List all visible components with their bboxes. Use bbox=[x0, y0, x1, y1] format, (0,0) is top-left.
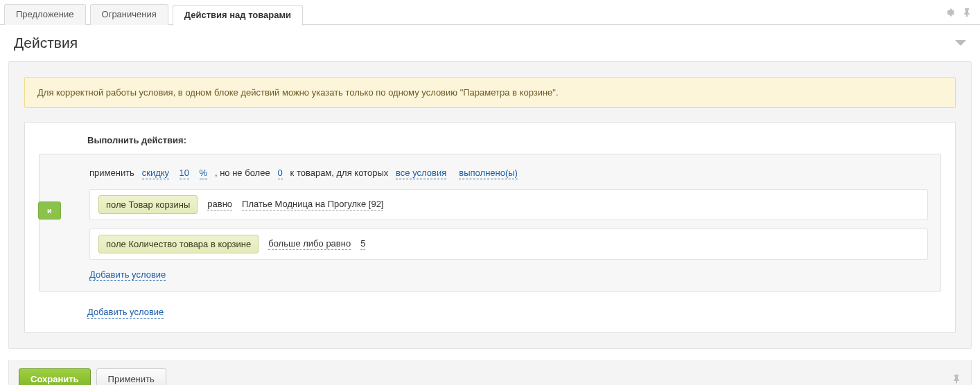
chevron-down-icon[interactable] bbox=[955, 40, 966, 46]
action-line: применить скидку 10 % , но не более 0 к … bbox=[89, 165, 928, 181]
action-block: И применить скидку 10 % , но не более 0 … bbox=[39, 154, 941, 292]
condition-operator[interactable]: больше либо равно bbox=[268, 238, 351, 250]
condition-field[interactable]: поле Товар корзины bbox=[98, 195, 198, 214]
condition-mode[interactable]: все условия bbox=[396, 168, 446, 179]
footer-bar: Сохранить Применить bbox=[8, 360, 972, 385]
condition-connector[interactable]: И bbox=[38, 202, 61, 220]
discount-type[interactable]: скидку bbox=[142, 168, 169, 179]
add-condition-inner[interactable]: Добавить условие bbox=[89, 269, 166, 281]
discount-value[interactable]: 10 bbox=[180, 168, 189, 179]
apply-button[interactable]: Применить bbox=[96, 368, 166, 385]
tab-restrictions[interactable]: Ограничения bbox=[90, 4, 168, 25]
text-limit: , но не более bbox=[210, 168, 275, 178]
condition-value[interactable]: Платье Модница на Прогулке [92] bbox=[242, 199, 383, 211]
tabs-bar: Предложение Ограничения Действия над тов… bbox=[0, 0, 980, 25]
discount-unit[interactable]: % bbox=[200, 168, 208, 179]
condition-field[interactable]: поле Количество товара в корзине bbox=[98, 235, 259, 253]
save-button[interactable]: Сохранить bbox=[19, 368, 91, 385]
condition-value[interactable]: 5 bbox=[360, 238, 365, 250]
tab-tools bbox=[944, 7, 980, 18]
text-apply: применить bbox=[89, 168, 139, 178]
add-condition-outer[interactable]: Добавить условие bbox=[87, 307, 164, 319]
gear-icon[interactable] bbox=[944, 7, 955, 18]
condition-done[interactable]: выполнено(ы) bbox=[459, 168, 518, 179]
text-for: к товарам, для которых bbox=[285, 168, 393, 178]
tab-product-actions[interactable]: Действия над товарами bbox=[173, 5, 303, 26]
actions-panel: Для корректной работы условия, в одном б… bbox=[8, 61, 972, 349]
tab-offer[interactable]: Предложение bbox=[4, 4, 86, 25]
condition-row-1: поле Товар корзины равно Платье Модница … bbox=[89, 189, 928, 220]
notice-banner: Для корректной работы условия, в одном б… bbox=[24, 77, 956, 108]
rules-box: Выполнить действия: И применить скидку 1… bbox=[24, 122, 956, 333]
section-header: Действия bbox=[0, 25, 980, 61]
pin-icon[interactable] bbox=[952, 374, 961, 384]
pin-icon[interactable] bbox=[962, 8, 972, 17]
section-title: Действия bbox=[14, 35, 78, 51]
condition-operator[interactable]: равно bbox=[207, 199, 232, 211]
limit-value[interactable]: 0 bbox=[278, 168, 283, 179]
rules-heading: Выполнить действия: bbox=[87, 135, 941, 145]
condition-row-2: поле Количество товара в корзине больше … bbox=[89, 229, 928, 260]
